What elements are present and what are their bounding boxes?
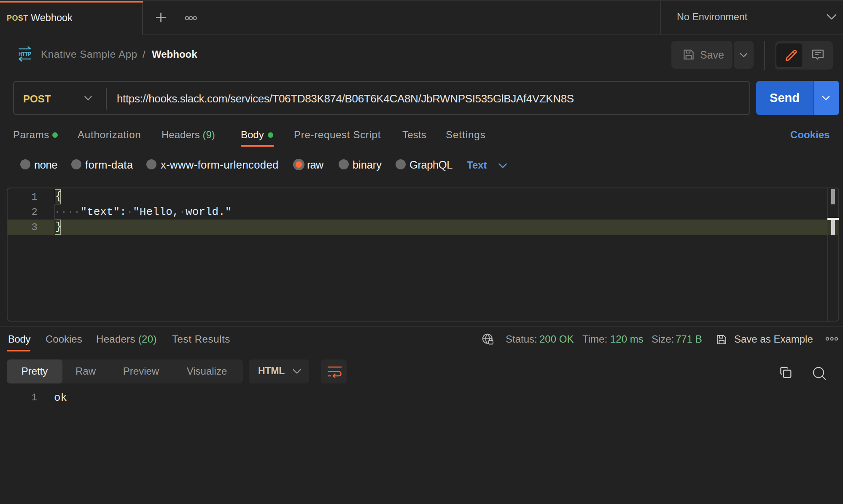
svg-text:HTTP: HTTP <box>19 50 31 57</box>
